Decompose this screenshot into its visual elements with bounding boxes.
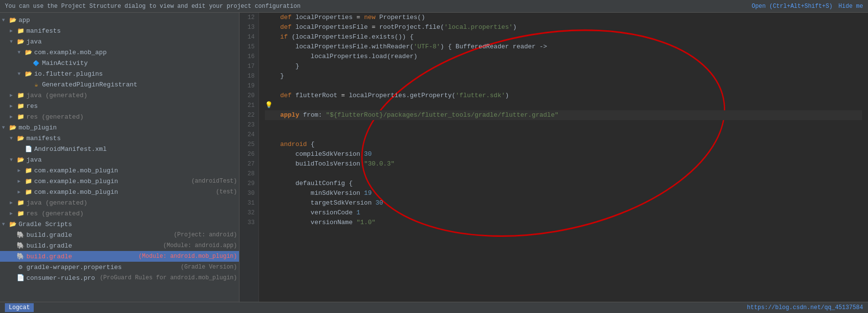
- tree-label: app: [19, 17, 237, 24]
- tree-secondary-label: (Gradle Version): [181, 264, 237, 271]
- arrow-icon: [2, 18, 9, 23]
- arrow-icon: [10, 136, 17, 141]
- tree-icon: [32, 81, 40, 88]
- sidebar-item-java-generated[interactable]: java (generated): [0, 90, 239, 101]
- code-line: android {: [265, 140, 862, 149]
- tree-icon: [24, 146, 32, 152]
- line-number: 16: [243, 52, 255, 62]
- sidebar-item-mob_plugin_java_generated[interactable]: java (generated): [0, 197, 239, 208]
- tree-icon: [24, 178, 32, 185]
- sidebar-item-build_gradle_project[interactable]: 🐘build.gradle (Project: android): [0, 230, 239, 240]
- tree-label: GeneratedPluginRegistrant: [42, 81, 237, 88]
- tree-label: mob_plugin: [19, 124, 237, 131]
- sidebar-item-io.flutter.plugins[interactable]: io.flutter.plugins: [0, 68, 239, 79]
- code-content: 1213141516171819202122232425262728293031…: [239, 13, 868, 302]
- line-number: 30: [243, 188, 255, 198]
- sidebar-item-com.example.mob_plugin_androidTest[interactable]: com.example.mob_plugin (androidTest): [0, 176, 239, 187]
- url-text: https://blog.csdn.net/qq_45137584: [747, 304, 863, 311]
- line-number: 17: [243, 62, 255, 71]
- sidebar-item-mob_plugin[interactable]: mob_plugin: [0, 122, 239, 133]
- tree-label: com.example.mob_plugin: [34, 178, 189, 185]
- tree-label: manifests: [26, 135, 237, 142]
- line-number: 13: [243, 22, 255, 32]
- sidebar-item-mob_plugin_res[interactable]: res (generated): [0, 208, 239, 219]
- line-number: 20: [243, 91, 255, 101]
- info-bar: You can use the Project Structure dialog…: [0, 0, 868, 13]
- sidebar-item-GeneratedPluginRegistrant[interactable]: GeneratedPluginRegistrant: [0, 79, 239, 90]
- line-number: 22: [243, 110, 255, 120]
- sidebar-item-mob_plugin_manifests[interactable]: manifests: [0, 133, 239, 144]
- code-line: targetSdkVersion 30: [265, 198, 862, 208]
- tree-secondary-label: (androidTest): [191, 178, 237, 185]
- arrow-icon: [18, 178, 24, 184]
- code-line: 💡: [265, 101, 862, 110]
- sidebar-item-app[interactable]: app: [0, 15, 239, 25]
- sidebar-item-com.example.mob_app[interactable]: com.example.mob_app: [0, 47, 239, 58]
- arrow-icon: [10, 157, 17, 163]
- tree-label: res (generated): [26, 113, 237, 121]
- line-number: 23: [243, 120, 255, 130]
- bottom-bar: Logcat https://blog.csdn.net/qq_45137584: [0, 302, 868, 313]
- tree-icon: 🐘: [17, 242, 24, 249]
- arrow-icon: [10, 200, 17, 206]
- code-lines: def localProperties = new Properties() d…: [259, 13, 868, 302]
- tree-label: build.gradle: [26, 231, 172, 239]
- sidebar-item-java[interactable]: java: [0, 36, 239, 47]
- sidebar-item-build_gradle_module_plugin[interactable]: 🐘build.gradle (Module: android.mob_plugi…: [0, 251, 239, 262]
- code-line: [265, 81, 862, 91]
- sidebar-item-build_gradle_module_app[interactable]: 🐘build.gradle (Module: android.app): [0, 240, 239, 251]
- line-number: 14: [243, 32, 255, 42]
- tree-secondary-label: (Module: android.app): [163, 242, 237, 249]
- code-line: compileSdkVersion 30: [265, 149, 862, 159]
- code-line: localPropertiesFile.withReader('UTF-8') …: [265, 42, 862, 52]
- line-number: 31: [243, 198, 255, 208]
- code-line: minSdkVersion 19: [265, 188, 862, 198]
- tree-icon: [17, 135, 24, 142]
- code-line: }: [265, 71, 862, 81]
- tree-label: java: [26, 38, 237, 45]
- sidebar-item-manifests[interactable]: manifests: [0, 25, 239, 36]
- line-number: 21: [243, 101, 255, 110]
- tree-icon: [17, 199, 24, 206]
- line-number: 28: [243, 169, 255, 179]
- arrow-icon: [18, 189, 24, 195]
- sidebar-item-gradle_scripts[interactable]: Gradle Scripts: [0, 219, 239, 230]
- code-line: versionCode 1: [265, 208, 862, 218]
- sidebar-item-mob_plugin_java[interactable]: java: [0, 154, 239, 165]
- sidebar-item-com.example.mob_plugin[interactable]: com.example.mob_plugin: [0, 165, 239, 176]
- code-line: def flutterRoot = localProperties.getPro…: [265, 91, 862, 101]
- tree-label: res: [26, 103, 237, 110]
- arrow-icon: [2, 222, 9, 227]
- sidebar-item-res-generated[interactable]: res (generated): [0, 111, 239, 122]
- code-editor[interactable]: 1213141516171819202122232425262728293031…: [239, 13, 868, 302]
- tree-label: java (generated): [26, 199, 237, 207]
- sidebar-item-MainActivity[interactable]: MainActivity: [0, 58, 239, 68]
- sidebar-item-consumer_rules[interactable]: 📄consumer-rules.pro (ProGuard Rules for …: [0, 272, 239, 283]
- arrow-icon: [10, 28, 17, 34]
- info-bar-links: Open (Ctrl+Alt+Shift+S) Hide me: [752, 3, 863, 10]
- tree-icon: [24, 167, 32, 174]
- hide-info-bar-link[interactable]: Hide me: [839, 3, 863, 10]
- arrow-icon: [18, 71, 24, 77]
- tree-secondary-label: (ProGuard Rules for android.mob_plugin): [100, 274, 237, 281]
- tree-label: res (generated): [26, 210, 237, 217]
- logcat-tab[interactable]: Logcat: [5, 303, 34, 312]
- tree-label: java (generated): [26, 92, 237, 99]
- open-project-structure-link[interactable]: Open (Ctrl+Alt+Shift+S): [752, 3, 833, 10]
- sidebar-item-gradle_wrapper[interactable]: ⚙gradle-wrapper.properties (Gradle Versi…: [0, 262, 239, 272]
- tree-label: consumer-rules.pro: [26, 274, 98, 282]
- tree-icon: [17, 27, 24, 34]
- tree-icon: [9, 17, 17, 23]
- tree-label: gradle-wrapper.properties: [26, 264, 179, 271]
- tree-label: java: [26, 156, 237, 164]
- sidebar-item-com.example.mob_plugin_test[interactable]: com.example.mob_plugin (test): [0, 187, 239, 197]
- line-number: 25: [243, 140, 255, 149]
- tree-icon: ⚙: [17, 264, 24, 271]
- tree-label: manifests: [26, 27, 237, 35]
- sidebar-item-AndroidManifest[interactable]: AndroidManifest.xml: [0, 144, 239, 154]
- code-line: }: [265, 62, 862, 71]
- sidebar-item-res[interactable]: res: [0, 101, 239, 111]
- code-line: versionName "1.0": [265, 218, 862, 228]
- tree-label: com.example.mob_plugin: [34, 188, 214, 196]
- tree-icon: [17, 92, 24, 99]
